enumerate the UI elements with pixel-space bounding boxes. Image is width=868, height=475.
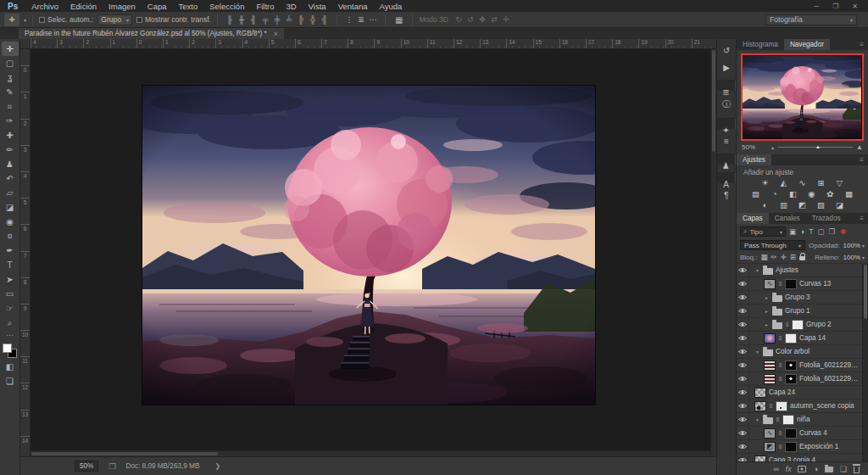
fill-dropdown[interactable]: 100% (843, 254, 865, 261)
align-icon[interactable]: ╤ (259, 15, 271, 24)
mode-3d-icon[interactable]: ✛ (500, 15, 512, 24)
visibility-eye-icon[interactable] (737, 359, 749, 372)
tool-type[interactable]: T (2, 258, 19, 272)
canvas-vertical-scrollbar[interactable] (710, 49, 716, 456)
new-group-icon[interactable] (825, 467, 833, 472)
layer-grupo-2[interactable]: 8 Grupo 2 (737, 318, 868, 332)
tab-trazados[interactable]: Trazados (806, 213, 847, 224)
adjustment-icon[interactable]: ◭ (778, 178, 789, 187)
tab-capas[interactable]: Capas (737, 213, 769, 224)
visibility-eye-icon[interactable] (737, 277, 749, 290)
filter-toggle-light[interactable] (841, 229, 846, 234)
layer-capa-3-copia-4[interactable]: 8 Capa 3 copia 4 (737, 454, 868, 461)
layer-mask-thumbnail[interactable] (785, 374, 797, 384)
canvas-horizontal-scrollbar[interactable] (31, 450, 710, 456)
expand-arrow-icon[interactable] (764, 295, 770, 300)
zoom-level-field[interactable]: 50% (75, 461, 98, 472)
visibility-eye-icon[interactable] (737, 345, 749, 358)
expand-arrow-icon[interactable] (754, 417, 760, 422)
adjustment-icon[interactable]: ⊞ (815, 178, 826, 187)
visibility-eye-icon[interactable] (737, 264, 749, 277)
align-icon[interactable]: ╫ (236, 15, 248, 24)
layer-capa-14[interactable]: 8 Capa 14 (737, 332, 868, 345)
menu-item[interactable]: Edición (64, 2, 103, 11)
layer-name[interactable]: autumn_scene copia (790, 402, 861, 410)
layer-thumbnail[interactable] (764, 442, 776, 452)
adjustment-icon[interactable]: ▤ (750, 189, 761, 198)
layer-mask-thumbnail[interactable] (776, 401, 787, 411)
tool-quick-mask[interactable]: ◧ (2, 360, 19, 374)
tool-zoom[interactable]: ⌕ (2, 316, 19, 330)
panel-tool-presets-icon[interactable]: ✦ (717, 118, 736, 129)
auto-select-checkbox[interactable]: Selec. autom.: (39, 15, 93, 24)
menu-item[interactable]: Capa (142, 2, 173, 11)
layer-fotolia-copia[interactable]: 8 Fotolia_60212296_L copia (737, 359, 868, 372)
adjustment-icon[interactable]: ☀ (760, 178, 771, 187)
layer-exposicion-1[interactable]: 8 Exposición 1 (737, 440, 868, 454)
document-viewport[interactable] (31, 49, 716, 456)
visibility-eye-icon[interactable] (737, 372, 749, 385)
tool-preset-caret-icon[interactable]: ▾ (24, 17, 26, 23)
visibility-eye-icon[interactable] (737, 386, 749, 399)
distribute-icon[interactable]: ⋯ (367, 15, 379, 24)
panel-info-icon[interactable]: ⓘ (717, 98, 736, 110)
layer-capa-24[interactable]: 8 Capa 24 (737, 386, 868, 400)
tool-blur[interactable]: ◉ (2, 215, 19, 229)
adjustment-icon[interactable]: ◔ (769, 189, 780, 198)
color-swatches[interactable] (3, 344, 17, 358)
layer-fotolia[interactable]: 8 Fotolia_60212296_L (737, 372, 868, 386)
adjustment-icon[interactable]: ∿ (797, 178, 808, 187)
menu-item[interactable]: Ayuda (374, 2, 409, 11)
visibility-eye-icon[interactable] (737, 440, 749, 453)
new-adjustment-layer-icon[interactable]: ◑ (813, 465, 817, 473)
align-icon[interactable]: ╠ (295, 15, 307, 24)
slider-thumb[interactable]: ▲ (815, 144, 821, 149)
lock-all-icon[interactable] (799, 256, 805, 260)
tool-brush[interactable]: ✏ (2, 142, 19, 157)
panel-properties-icon[interactable]: ≣ (717, 80, 736, 91)
checkbox-icon[interactable] (39, 17, 45, 23)
mask-link-icon[interactable]: 8 (778, 281, 782, 287)
layer-thumbnail[interactable] (763, 268, 773, 275)
visibility-eye-icon[interactable] (737, 454, 749, 461)
checkbox-icon[interactable] (136, 17, 142, 23)
layer-name[interactable]: Curvas 13 (799, 280, 861, 288)
layer-name[interactable]: Fotolia_60212296_L copia (799, 361, 861, 369)
layer-ajustes[interactable]: 8 Ajustes (737, 264, 868, 277)
panel-actions-icon[interactable]: ▶ (717, 63, 736, 72)
layer-mask-thumbnail[interactable] (785, 333, 797, 344)
layer-thumbnail[interactable] (764, 374, 776, 384)
close-button[interactable]: ✕ (852, 3, 858, 10)
layer-name[interactable]: Color arbol (776, 348, 861, 355)
lock-pixels-icon[interactable]: ✏ (771, 253, 777, 261)
menu-item[interactable]: Ventana (332, 2, 374, 11)
adjustment-icon[interactable]: ◐ (760, 200, 771, 210)
layer-name[interactable]: Curvas 4 (799, 429, 861, 437)
layer-curvas-4[interactable]: 8 Curvas 4 (737, 427, 868, 440)
layer-name[interactable]: Capa 3 copia 4 (769, 456, 861, 461)
align-icon[interactable]: ╟ (224, 15, 236, 24)
expand-arrow-icon[interactable] (764, 309, 770, 314)
mask-link-icon[interactable]: 8 (778, 362, 782, 368)
layer-name[interactable]: Grupo 2 (806, 321, 861, 328)
restore-button[interactable]: ❐ (832, 3, 838, 10)
minimize-button[interactable]: ─ (814, 3, 819, 10)
align-icon[interactable]: ╢ (248, 15, 259, 24)
layer-name[interactable]: Exposición 1 (799, 443, 861, 450)
layer-mask-thumbnail[interactable] (785, 442, 797, 452)
layer-thumbnail[interactable] (772, 322, 782, 329)
align-icon[interactable]: ╧ (283, 15, 295, 24)
adjustment-icon[interactable]: ✿ (825, 189, 836, 198)
layer-mask-thumbnail[interactable] (782, 415, 794, 425)
tool-crop[interactable]: ⌗ (2, 99, 19, 114)
tool-lasso[interactable]: ʓ (2, 70, 19, 85)
tool-eyedropper[interactable]: ✑ (2, 114, 19, 128)
filter-pixel-layers-icon[interactable]: ▣ (789, 227, 796, 236)
tab-canales[interactable]: Canales (769, 213, 806, 224)
mode-3d-icon[interactable]: ↺ (465, 15, 476, 24)
navigator-zoom-value[interactable]: 50% (742, 143, 755, 151)
layer-thumbnail[interactable] (764, 428, 776, 439)
align-icon[interactable]: ╬ (307, 15, 319, 24)
document-tab[interactable]: Paradise in the future Rubén Álvarez Gon… (19, 28, 284, 39)
mode-3d-icon[interactable]: ⇄ (488, 15, 500, 24)
